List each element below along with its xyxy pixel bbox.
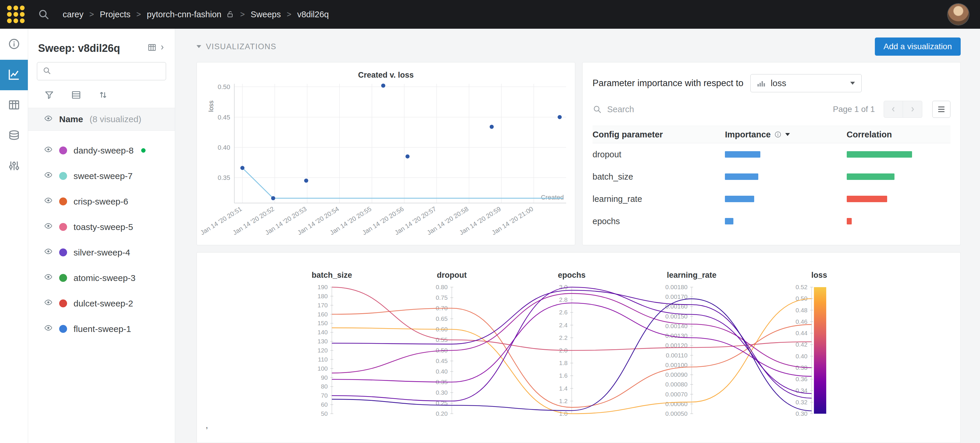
importance-toolbar: Page 1 of 1 <box>592 100 950 118</box>
previous-page-button[interactable] <box>884 101 903 118</box>
svg-text:0.00180: 0.00180 <box>665 284 688 290</box>
run-color-dot <box>59 325 67 333</box>
pager <box>884 101 922 118</box>
correlation-bar <box>847 174 894 180</box>
importance-header: Parameter importance with respect to los… <box>592 74 950 92</box>
run-item[interactable]: fluent-sweep-1 <box>28 316 175 342</box>
svg-text:0.52: 0.52 <box>795 284 808 290</box>
next-page-button[interactable] <box>903 101 922 118</box>
sidebar: Sweep: v8dil26q Name (8 visualized) <box>28 29 175 443</box>
breadcrumb-item[interactable]: Sweeps <box>251 10 281 19</box>
eye-icon[interactable] <box>44 114 53 125</box>
panel-menu-button[interactable] <box>932 101 950 118</box>
metric-value: loss <box>771 78 786 88</box>
caret-down-icon <box>197 45 201 48</box>
parallel-coordinates-panel[interactable]: batch_size506070809010011012013014015016… <box>197 252 961 443</box>
rail-item-overview[interactable] <box>0 29 28 60</box>
sort-icon[interactable] <box>98 90 108 100</box>
visualizations-label: VISUALIZATIONS <box>206 42 277 51</box>
run-name: toasty-sweep-5 <box>73 222 133 232</box>
column-correlation[interactable]: Correlation <box>847 130 950 139</box>
svg-text:0.44: 0.44 <box>795 330 808 336</box>
scatter-panel[interactable]: Created v. loss Jan 14 '20 20:51Jan 14 '… <box>197 62 575 245</box>
run-item[interactable]: dandy-sweep-8 <box>28 138 175 163</box>
run-item[interactable]: sweet-sweep-7 <box>28 163 175 189</box>
eye-icon[interactable] <box>44 196 53 207</box>
breadcrumb-item[interactable]: pytorch-cnn-fashion <box>147 10 221 19</box>
svg-text:120: 120 <box>318 347 328 354</box>
eye-icon[interactable] <box>44 272 53 283</box>
info-icon <box>774 131 782 138</box>
name-column-header: Name (8 visualized) <box>28 108 175 131</box>
run-item[interactable]: crisp-sweep-6 <box>28 189 175 214</box>
correlation-column-label: Correlation <box>847 130 892 139</box>
bar-chart-icon <box>757 79 765 87</box>
stray-comma-text: , <box>205 420 208 430</box>
scatter-chart[interactable]: Jan 14 '20 20:51Jan 14 '20 20:52Jan 14 '… <box>197 81 575 241</box>
svg-text:loss: loss <box>207 100 215 112</box>
eye-icon[interactable] <box>44 298 53 309</box>
run-item[interactable]: dulcet-sweep-2 <box>28 291 175 316</box>
pagination-label: Page 1 of 1 <box>833 105 875 114</box>
svg-text:0.40: 0.40 <box>218 144 230 151</box>
rail-item-charts[interactable] <box>0 60 28 90</box>
run-color-dot <box>59 274 67 282</box>
breadcrumb-item[interactable]: carey <box>63 10 83 19</box>
page-body: Sweep: v8dil26q Name (8 visualized) <box>0 29 980 443</box>
eye-icon[interactable] <box>44 222 53 232</box>
importance-search-input[interactable] <box>607 105 828 114</box>
svg-text:1.8: 1.8 <box>559 360 568 366</box>
run-item[interactable]: toasty-sweep-5 <box>28 214 175 240</box>
run-color-dot <box>59 223 67 231</box>
breadcrumb-item[interactable]: Projects <box>100 10 130 19</box>
importance-bar <box>725 151 760 158</box>
eye-icon[interactable] <box>44 145 53 156</box>
svg-text:0.75: 0.75 <box>436 294 448 301</box>
column-importance[interactable]: Importance <box>725 130 846 139</box>
sweep-title: Sweep: v8dil26q <box>38 42 120 54</box>
visualizations-toggle[interactable]: VISUALIZATIONS <box>197 42 277 51</box>
table-collapse-toggle[interactable] <box>147 43 166 54</box>
running-indicator <box>141 148 146 153</box>
parallel-coordinates-chart[interactable]: batch_size506070809010011012013014015016… <box>197 255 960 443</box>
svg-text:190: 190 <box>318 284 328 290</box>
config-parameter-name: learning_rate <box>592 194 725 204</box>
grid-icon <box>147 43 157 54</box>
importance-cell <box>725 218 846 225</box>
run-color-dot <box>59 172 67 180</box>
rail-item-sweep-controls[interactable] <box>0 151 28 182</box>
breadcrumb-separator: > <box>240 10 245 19</box>
correlation-bar <box>847 196 887 202</box>
eye-icon[interactable] <box>44 171 53 182</box>
svg-text:0.36: 0.36 <box>795 376 808 382</box>
filter-icon[interactable] <box>44 90 54 100</box>
run-name: silver-sweep-4 <box>73 248 130 258</box>
rail-item-model[interactable] <box>0 121 28 151</box>
eye-icon[interactable] <box>44 247 53 258</box>
importance-bar <box>725 174 758 180</box>
svg-text:160: 160 <box>318 311 328 318</box>
line-chart-icon <box>7 68 21 82</box>
topbar: carey>Projects>pytorch-cnn-fashion>Sweep… <box>0 0 980 29</box>
breadcrumb-item[interactable]: v8dil26q <box>297 10 329 19</box>
run-search-input[interactable] <box>56 67 161 76</box>
run-search[interactable] <box>37 62 166 80</box>
svg-text:2.4: 2.4 <box>559 322 568 328</box>
metric-dropdown[interactable]: loss <box>750 74 862 92</box>
group-icon[interactable] <box>71 90 81 100</box>
wandb-logo[interactable] <box>7 6 25 23</box>
svg-text:150: 150 <box>318 320 328 327</box>
avatar[interactable] <box>948 4 969 25</box>
run-item[interactable]: silver-sweep-4 <box>28 240 175 265</box>
svg-text:2.6: 2.6 <box>559 309 568 316</box>
visualized-count: (8 visualized) <box>90 114 142 124</box>
search-icon <box>43 66 51 76</box>
search-icon[interactable] <box>38 8 50 21</box>
add-visualization-button[interactable]: Add a visualization <box>875 38 961 56</box>
column-config-parameter[interactable]: Config parameter <box>592 130 725 139</box>
eye-icon[interactable] <box>44 323 53 334</box>
run-item[interactable]: atomic-sweep-3 <box>28 265 175 291</box>
importance-bar <box>725 196 754 202</box>
rail-item-table[interactable] <box>0 90 28 121</box>
svg-text:0.40: 0.40 <box>436 368 448 375</box>
